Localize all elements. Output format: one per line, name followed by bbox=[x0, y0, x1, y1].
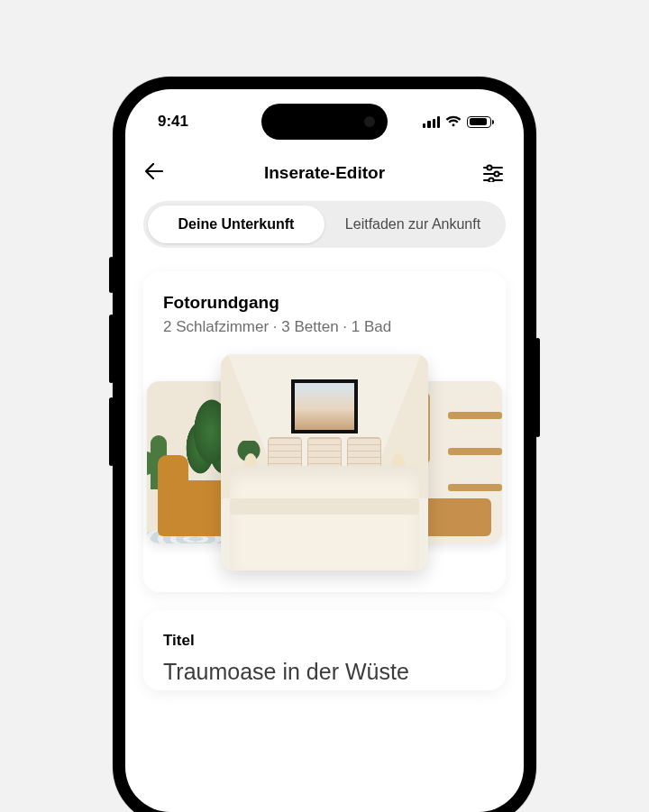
sliders-icon bbox=[483, 164, 503, 182]
tab-arrival-guide[interactable]: Leitfaden zur Ankunft bbox=[324, 205, 501, 243]
photo-tour-label: Fotorundgang bbox=[163, 293, 486, 313]
gallery-photo-center bbox=[221, 354, 428, 570]
side-button bbox=[535, 338, 540, 437]
filter-settings-button[interactable] bbox=[482, 164, 504, 182]
svg-point-1 bbox=[487, 165, 491, 169]
battery-icon bbox=[467, 116, 491, 128]
nav-bar: Inserate-Editor bbox=[125, 147, 524, 201]
screen: 9:41 Inserate-Editor Deine Unterkunft Le… bbox=[125, 89, 524, 812]
photo-tour-meta: 2 Schlafzimmer · 3 Betten · 1 Bad bbox=[163, 318, 486, 336]
segmented-control: Deine Unterkunft Leitfaden zur Ankunft bbox=[143, 201, 506, 248]
wifi-icon bbox=[445, 115, 462, 128]
title-card[interactable]: Titel Traumoase in der Wüste bbox=[143, 610, 506, 690]
page-title: Inserate-Editor bbox=[264, 163, 385, 183]
svg-point-5 bbox=[489, 178, 493, 182]
side-button bbox=[109, 315, 114, 383]
status-time: 9:41 bbox=[158, 113, 188, 131]
svg-point-3 bbox=[494, 171, 498, 176]
photo-tour-card[interactable]: Fotorundgang 2 Schlafzimmer · 3 Betten ·… bbox=[143, 271, 506, 592]
phone-frame: 9:41 Inserate-Editor Deine Unterkunft Le… bbox=[113, 77, 536, 812]
title-label: Titel bbox=[163, 632, 486, 650]
side-button bbox=[109, 257, 114, 293]
back-button[interactable] bbox=[145, 163, 167, 183]
photo-gallery[interactable] bbox=[163, 354, 486, 570]
tab-your-space[interactable]: Deine Unterkunft bbox=[148, 205, 324, 243]
side-button bbox=[109, 397, 114, 466]
cellular-icon bbox=[423, 116, 440, 128]
dynamic-island bbox=[261, 104, 388, 140]
title-value: Traumoase in der Wüste bbox=[163, 659, 486, 685]
